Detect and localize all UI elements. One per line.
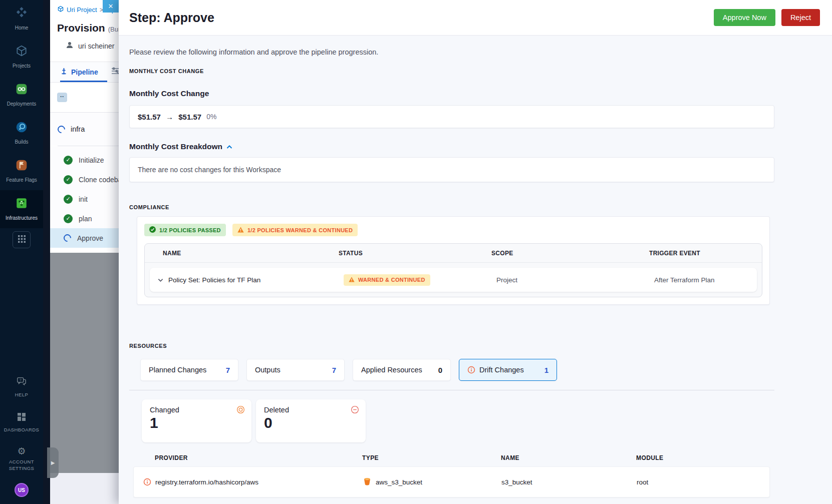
column-header-name: NAME xyxy=(145,250,339,257)
sidebar-help[interactable]: ? HELP xyxy=(2,376,42,398)
resource-type: aws_s3_bucket xyxy=(376,478,422,486)
step-row-init[interactable]: ✓ init xyxy=(50,189,119,209)
step-row-clone-codebase[interactable]: ✓ Clone codeba xyxy=(50,170,119,189)
sidebar-dashboards[interactable]: DASHBOARDS xyxy=(2,412,42,433)
tab-drift-changes[interactable]: Drift Changes 1 xyxy=(459,359,557,381)
reject-button[interactable]: Reject xyxy=(781,9,820,26)
monthly-cost-change-heading: Monthly Cost Change xyxy=(129,89,774,98)
sidebar-item-builds[interactable]: Builds xyxy=(0,114,43,152)
step-row-approve[interactable]: Approve xyxy=(50,228,119,248)
sidebar-item-deployments[interactable]: Deployments xyxy=(0,76,43,114)
success-check-icon: ✓ xyxy=(64,175,73,184)
stage-name: infra xyxy=(71,125,85,133)
drawer-header: Step: Approve Approve Now Reject xyxy=(119,0,832,36)
cost-breakdown-empty-card: There are no cost changes for this Works… xyxy=(129,157,774,182)
monthly-cost-breakdown-toggle[interactable]: Monthly Cost Breakdown xyxy=(129,142,774,151)
pipeline-icon xyxy=(60,68,68,77)
tab-applied-resources[interactable]: Applied Resources 0 xyxy=(353,359,451,381)
success-check-icon: ✓ xyxy=(64,156,73,165)
pipeline-tabs: Pipeline xyxy=(50,62,119,83)
sidebar-item-infrastructures[interactable]: Infrastructures xyxy=(0,190,43,228)
column-header-name: NAME xyxy=(501,454,636,461)
section-label-monthly-cost-change: MONTHLY COST CHANGE xyxy=(129,68,774,74)
stage-row-infra[interactable]: infra xyxy=(50,113,119,146)
tab-pipeline[interactable]: Pipeline xyxy=(60,68,98,77)
close-icon[interactable]: ✕ xyxy=(103,0,119,13)
step-row-plan[interactable]: ✓ plan xyxy=(50,209,119,228)
sidebar-item-projects[interactable]: Projects xyxy=(0,38,43,76)
policies-passed-badge: 1/2 POLICIES PASSED xyxy=(144,224,226,236)
panel-expand-handle[interactable]: ▶ xyxy=(47,447,59,478)
cost-breakdown-empty-text: There are no cost changes for this Works… xyxy=(138,166,281,174)
grid-icon xyxy=(18,235,26,245)
applied-resources-count: 0 xyxy=(438,366,442,374)
column-header-type: TYPE xyxy=(362,454,501,461)
module-grid-button[interactable] xyxy=(13,231,31,248)
step-label: Approve xyxy=(77,234,103,242)
resource-table-row[interactable]: registry.terraform.io/hashicorp/aws aws_… xyxy=(133,466,770,497)
chevron-down-icon[interactable] xyxy=(158,276,163,284)
trigger-user-name: uri scheiner xyxy=(78,42,114,50)
sidebar-account-settings-label: ACCOUNT SETTINGS xyxy=(6,459,37,472)
sidebar-item-label: Feature Flags xyxy=(6,177,37,183)
main-sidebar: Home Projects Deployments Builds Feature… xyxy=(0,0,43,504)
builds-icon xyxy=(15,121,28,136)
changed-summary-card: Changed 1 xyxy=(142,399,251,442)
sidebar-item-label: Builds xyxy=(15,139,28,145)
changed-circles-icon xyxy=(236,405,245,416)
sidebar-item-label: Deployments xyxy=(7,101,36,107)
section-label-compliance: COMPLIANCE xyxy=(129,204,774,210)
drawer-body: Please review the following information … xyxy=(119,36,832,504)
pipeline-title: Provision xyxy=(57,22,105,34)
breadcrumb-project-link[interactable]: Uri Project xyxy=(67,6,97,14)
deleted-summary-card: Deleted 0 xyxy=(256,399,366,442)
step-label: Initialize xyxy=(79,156,104,164)
tab-outputs[interactable]: Outputs 7 xyxy=(246,359,345,381)
sidebar-item-home[interactable]: Home xyxy=(0,0,43,38)
sidebar-help-label: HELP xyxy=(15,392,28,398)
running-spinner-icon xyxy=(56,124,67,134)
policies-warned-badge: 1/2 POLICIES WARNED & CONTINUED xyxy=(232,224,358,236)
check-circle-icon xyxy=(149,226,156,234)
drift-resource-table: PROVIDER TYPE NAME MODULE registry.terra… xyxy=(133,454,770,497)
cost-change-card: $51.57 → $51.57 0% xyxy=(129,105,774,128)
cost-old-value: $51.57 xyxy=(138,113,161,121)
divider xyxy=(129,390,774,390)
resource-name: s3_bucket xyxy=(501,478,637,486)
policy-trigger-event: After Terraform Plan xyxy=(654,276,757,284)
resource-tabs: Planned Changes 7 Outputs 7 Applied Reso… xyxy=(140,359,774,381)
tab-inputs-icon[interactable] xyxy=(111,67,119,77)
policy-table-row[interactable]: Policy Set: Policies for TF Plan WARNED … xyxy=(150,268,757,292)
flag-icon xyxy=(15,159,28,174)
step-details-drawer: Step: Approve Approve Now Reject Please … xyxy=(119,0,832,504)
collapse-badge[interactable]: ·· xyxy=(57,93,67,102)
deleted-value: 0 xyxy=(264,414,358,431)
gear-icon: ⚙ xyxy=(17,446,26,456)
tab-pipeline-label: Pipeline xyxy=(71,68,98,76)
cost-percent-change: 0% xyxy=(206,113,216,121)
step-label: init xyxy=(79,195,88,203)
resource-provider: registry.terraform.io/hashicorp/aws xyxy=(155,478,258,486)
column-header-scope: SCOPE xyxy=(491,250,649,257)
column-header-provider: PROVIDER xyxy=(133,454,362,461)
running-spinner-icon xyxy=(62,233,73,243)
user-avatar[interactable]: US xyxy=(15,483,29,497)
column-header-module: MODULE xyxy=(636,454,770,461)
cube-icon xyxy=(15,45,28,60)
approve-now-button[interactable]: Approve Now xyxy=(714,9,775,26)
pipeline-execution-panel: ✕ Uri Project > Pipelin Provision(Build … xyxy=(50,0,119,504)
changed-value: 1 xyxy=(150,414,243,431)
step-label: Clone codeba xyxy=(79,176,119,184)
tab-planned-changes[interactable]: Planned Changes 7 xyxy=(140,359,238,381)
resource-module: root xyxy=(637,478,769,486)
step-row-initialize[interactable]: ✓ Initialize xyxy=(50,150,119,170)
sidebar-item-label: Home xyxy=(15,25,29,31)
sidebar-item-feature-flags[interactable]: Feature Flags xyxy=(0,152,43,190)
warning-triangle-icon xyxy=(237,227,244,234)
help-chat-icon: ? xyxy=(16,376,27,389)
section-label-resources: RESOURCES xyxy=(129,343,774,349)
policy-set-name: Policy Set: Policies for TF Plan xyxy=(168,276,260,284)
sidebar-account-settings[interactable]: ⚙ ACCOUNT SETTINGS xyxy=(2,446,42,472)
execution-graph-canvas xyxy=(50,253,119,473)
project-cube-icon xyxy=(57,6,64,14)
